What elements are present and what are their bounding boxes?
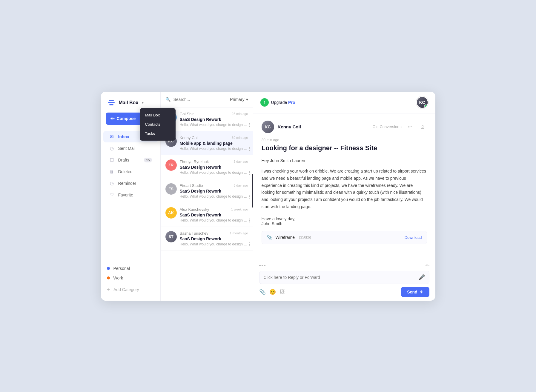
detail-message: I was checking your work on dribble. We …	[262, 168, 427, 210]
compose-icon: ✏	[110, 116, 114, 122]
email-context-menu: 🗑 ◷ ♡	[252, 173, 253, 208]
list-item[interactable]: AK Alex Kunchevsky 1 week ago SaaS Desig…	[161, 203, 253, 227]
email-more-button[interactable]	[249, 171, 250, 175]
dropdown-item-tasks[interactable]: Tasks	[140, 129, 176, 138]
email-content: Fireart Studio 5 day ago SaaS Design Rew…	[180, 183, 248, 199]
deleted-label: Deleted	[118, 169, 152, 174]
add-icon: +	[107, 287, 110, 292]
detail-email-header: KC Kenny Coil Old Conversion › ↩ 🖨	[262, 121, 427, 133]
reply-footer: 📎 😊 🖼 Send ✈	[259, 287, 429, 297]
email-content: Gal Shir 25 min ago SaaS Design Rework H…	[180, 112, 248, 127]
reply-dots	[259, 265, 265, 266]
sidebar-item-deleted[interactable]: 🗑 Deleted	[103, 166, 158, 177]
sidebar-item-sent[interactable]: ◷ Sent Mail	[103, 143, 158, 154]
microphone-icon[interactable]: 🎤	[418, 274, 425, 281]
email-sender: Fireart Studio	[180, 183, 203, 188]
attach-tool-button[interactable]: 📎	[259, 289, 266, 295]
email-sender: Zhenya Rynzhuk	[180, 159, 209, 164]
favorite-icon: ♡	[109, 192, 115, 198]
detail-sender-info: KC Kenny Coil	[262, 121, 301, 133]
sent-label: Sent Mail	[118, 146, 152, 151]
search-icon: 🔍	[165, 97, 171, 102]
avatar: FS	[165, 183, 177, 195]
avatar: ZR	[165, 159, 177, 171]
reply-button[interactable]: ↩	[406, 122, 414, 131]
email-subject: SaaS Design Rework	[180, 165, 248, 170]
detail-body: KC Kenny Coil Old Conversion › ↩ 🖨 30 mi…	[253, 113, 435, 259]
status-dot	[424, 104, 427, 107]
favorite-label: Favorite	[118, 193, 152, 197]
chevron-right-icon: ›	[400, 124, 402, 129]
email-top-row: Sasha Turischev 1 month ago	[180, 231, 248, 236]
app-title: Mail Box	[119, 100, 139, 105]
email-more-button[interactable]	[249, 242, 250, 246]
attachment-row: 📎 Wireframe (350kb) Download	[262, 231, 427, 244]
email-top-row: Gal Shir 25 min ago	[180, 112, 248, 116]
email-content: Sasha Turischev 1 month ago SaaS Design …	[180, 231, 248, 246]
user-avatar[interactable]: KC	[416, 96, 428, 108]
personal-label: Personal	[113, 266, 130, 271]
email-top-row: Fireart Studio 5 day ago	[180, 183, 248, 188]
filter-dropdown[interactable]: Primary ▾	[230, 97, 248, 102]
send-button[interactable]: Send ✈	[401, 287, 429, 297]
email-time: 3 day ago	[234, 160, 248, 163]
print-button[interactable]: 🖨	[418, 122, 427, 131]
email-more-button[interactable]	[249, 123, 250, 127]
emoji-tool-button[interactable]: 😊	[269, 289, 276, 295]
work-dot	[107, 276, 110, 279]
dropdown-item-mailbox[interactable]: Mail Box	[140, 110, 176, 120]
upgrade-text: Upgrade Pro	[271, 100, 295, 105]
drafts-label: Drafts	[118, 158, 141, 162]
upgrade-section: ↑ Upgrade Pro	[260, 98, 295, 107]
search-input[interactable]	[173, 97, 227, 102]
email-content: Zhenya Rynzhuk 3 day ago SaaS Design Rew…	[180, 159, 248, 175]
list-item[interactable]: ZR Zhenya Rynzhuk 3 day ago SaaS Design …	[161, 155, 253, 179]
compose-label: Compose	[117, 116, 136, 121]
email-time: 30 min ago	[232, 136, 248, 139]
inbox-icon: ✉	[109, 134, 115, 139]
dropdown-item-contacts[interactable]: Contacts	[140, 120, 176, 129]
category-work[interactable]: Work	[107, 273, 154, 283]
detail-avatar: KC	[262, 121, 274, 133]
email-subject: SaaS Design Rework	[180, 117, 248, 122]
category-personal[interactable]: Personal	[107, 264, 154, 273]
old-conversion-link[interactable]: Old Conversion ›	[373, 124, 402, 129]
detail-actions: Old Conversion › ↩ 🖨	[373, 122, 427, 131]
add-category-button[interactable]: + Add Category	[101, 285, 160, 295]
email-more-button[interactable]	[249, 195, 250, 199]
list-item[interactable]: FS Fireart Studio 5 day ago SaaS Design …	[161, 179, 253, 203]
sidebar: Mail Box ▾ Mail Box Contacts Tasks ✏ Com…	[101, 92, 161, 301]
sidebar-item-favorite[interactable]: ♡ Favorite	[103, 189, 158, 201]
chevron-down-icon[interactable]: ▾	[142, 101, 144, 105]
email-subject: SaaS Design Rework	[180, 236, 248, 241]
drafts-badge: 15	[144, 158, 152, 162]
email-top-row: Kenny Coil 30 min ago	[180, 136, 248, 140]
sidebar-item-reminder[interactable]: ◷ Reminder	[103, 178, 158, 189]
sidebar-header: Mail Box ▾ Mail Box Contacts Tasks	[101, 92, 160, 113]
email-more-button[interactable]	[249, 219, 250, 222]
reply-input-row[interactable]: 🎤	[259, 271, 429, 284]
edit-icon[interactable]: ✏	[426, 263, 429, 268]
email-subject: SaaS Design Rework	[180, 189, 248, 193]
categories-section: Personal Work	[101, 261, 160, 285]
download-button[interactable]: Download	[405, 235, 422, 240]
send-label: Send	[407, 290, 417, 294]
list-item[interactable]: ST Sasha Turischev 1 month ago SaaS Desi…	[161, 227, 253, 251]
image-tool-button[interactable]: 🖼	[279, 289, 285, 295]
email-sender: Gal Shir	[180, 112, 194, 116]
reply-input[interactable]	[264, 275, 418, 280]
sidebar-item-drafts[interactable]: ☐ Drafts 15	[103, 154, 158, 166]
email-top-row: Zhenya Rynzhuk 3 day ago	[180, 159, 248, 164]
email-sender: Sasha Turischev	[180, 231, 208, 236]
detail-subject: Looking for a designer -- Fitness Site	[262, 144, 427, 153]
email-preview: Hello, What would you charge to design t…	[180, 170, 248, 175]
inbox-label: Inbox	[118, 134, 141, 139]
email-more-button[interactable]	[249, 147, 250, 151]
reply-area: ✏ 🎤 📎 😊 🖼 Send ✈	[253, 259, 435, 301]
app-container: Mail Box ▾ Mail Box Contacts Tasks ✏ Com…	[101, 92, 435, 301]
email-time: 25 min ago	[232, 112, 248, 116]
attachment-name: Wireframe	[276, 235, 295, 240]
deleted-icon: 🗑	[109, 169, 115, 174]
add-category-label: Add Category	[113, 287, 139, 292]
email-content: Kenny Coil 30 min ago Mobile app & landi…	[180, 136, 248, 151]
